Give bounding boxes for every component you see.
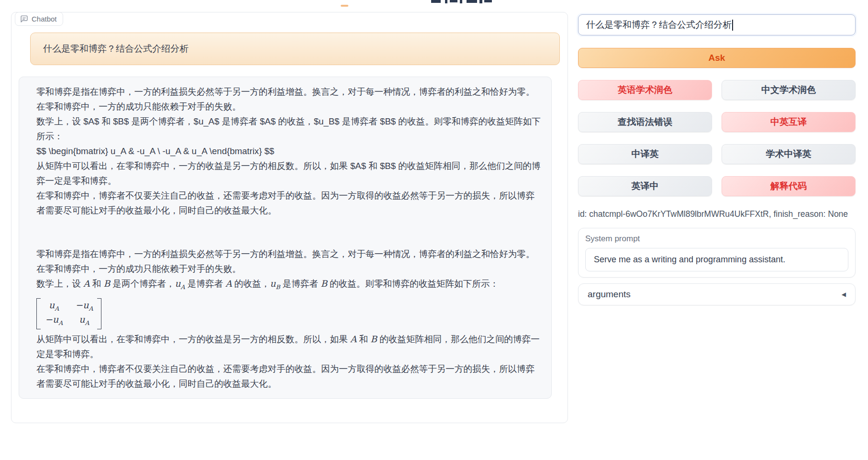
control-panel: 什么是零和博弈？结合公式介绍分析 Ask 英语学术润色 中文学术润色 查找语法错… <box>578 14 856 305</box>
response-status-text: id: chatcmpl-6wOo7KrYTwMl89lbrMWRu4UkFFX… <box>578 209 856 219</box>
chat-bubble-icon <box>20 15 28 23</box>
math-var: B <box>370 334 377 344</box>
chatbot-label: Chatbot <box>15 12 63 26</box>
find-grammar-errors-button[interactable]: 查找语法错误 <box>578 112 712 132</box>
matrix-cell: −uA <box>75 300 93 314</box>
rendered-intro: 零和博弈是指在博弈中，一方的利益损失必然等于另一方的利益增益。换言之，对于每一种… <box>36 247 542 276</box>
math-var: uB <box>270 279 280 289</box>
chatbot-panel: Chatbot 什么是零和博弈？结合公式介绍分析 零和博弈是指在博弈中，一方的利… <box>11 12 568 423</box>
chatbot-label-text: Chatbot <box>32 15 57 23</box>
title-orange-fragment <box>341 5 348 7</box>
question-input[interactable]: 什么是零和博弈？结合公式介绍分析 <box>578 14 856 35</box>
user-message-bubble: 什么是零和博弈？结合公式介绍分析 <box>30 33 560 65</box>
clipped-page-title <box>0 0 868 8</box>
en-to-zh-button[interactable]: 英译中 <box>578 176 712 196</box>
system-prompt-input[interactable]: Serve me as a writing and programming as… <box>585 248 848 271</box>
math-var: B <box>104 279 111 289</box>
message-part-gap <box>36 218 542 247</box>
math-var: uA <box>175 279 185 289</box>
matrix-cell: uA <box>79 314 89 328</box>
arguments-accordion[interactable]: arguments ◀ <box>578 283 856 305</box>
payoff-matrix: uA −uA −uA uA <box>36 298 101 330</box>
zh-to-en-button[interactable]: 中译英 <box>578 144 712 164</box>
matrix-right-bracket <box>97 298 101 330</box>
matrix-cell: uA <box>49 300 59 314</box>
matrix-left-bracket <box>36 298 41 330</box>
math-var: B <box>321 279 327 289</box>
zh-en-mutual-translate-button[interactable]: 中英互译 <box>722 112 856 132</box>
quick-action-grid: 英语学术润色 中文学术润色 查找语法错误 中英互译 中译英 学术中译英 英译中 … <box>578 80 856 196</box>
math-var: A <box>225 279 232 289</box>
english-academic-polish-button[interactable]: 英语学术润色 <box>578 80 712 100</box>
explain-code-button[interactable]: 解释代码 <box>722 176 856 196</box>
math-var: A <box>83 279 89 289</box>
ask-button[interactable]: Ask <box>578 48 856 68</box>
matrix-cell: −uA <box>45 314 63 328</box>
arguments-accordion-label: arguments <box>588 289 631 300</box>
assistant-rendered-text: 零和博弈是指在博弈中，一方的利益损失必然等于另一方的利益增益。换言之，对于每一种… <box>36 247 542 391</box>
rendered-math-paragraph: 数学上，设 A 和 B 是两个博弈者，uA 是博弈者 A 的收益，uB 是博弈者… <box>36 276 542 294</box>
page: Chatbot 什么是零和博弈？结合公式介绍分析 零和博弈是指在博弈中，一方的利… <box>0 0 868 460</box>
academic-zh-to-en-button[interactable]: 学术中译英 <box>722 144 856 164</box>
chinese-academic-polish-button[interactable]: 中文学术润色 <box>722 80 856 100</box>
rendered-outro: 在零和博弈中，博弈者不仅要关注自己的收益，还需要考虑对手的收益。因为一方取得的收… <box>36 361 542 391</box>
system-prompt-label: System prompt <box>585 234 848 244</box>
text-cursor <box>732 20 733 31</box>
rendered-conclusion-paragraph: 从矩阵中可以看出，在零和博弈中，一方的收益是另一方的相反数。所以，如果 A 和 … <box>36 332 542 361</box>
assistant-raw-text: 零和博弈是指在博弈中，一方的利益损失必然等于另一方的利益增益。换言之，对于每一种… <box>36 84 542 218</box>
question-input-value: 什么是零和博弈？结合公式介绍分析 <box>586 19 732 31</box>
assistant-message-bubble: 零和博弈是指在博弈中，一方的利益损失必然等于另一方的利益增益。换言之，对于每一种… <box>19 77 552 399</box>
user-message-text: 什么是零和博弈？结合公式介绍分析 <box>43 43 189 55</box>
system-prompt-group: System prompt Serve me as a writing and … <box>578 228 856 278</box>
accordion-collapse-icon: ◀ <box>842 291 846 298</box>
math-var: A <box>350 334 356 344</box>
